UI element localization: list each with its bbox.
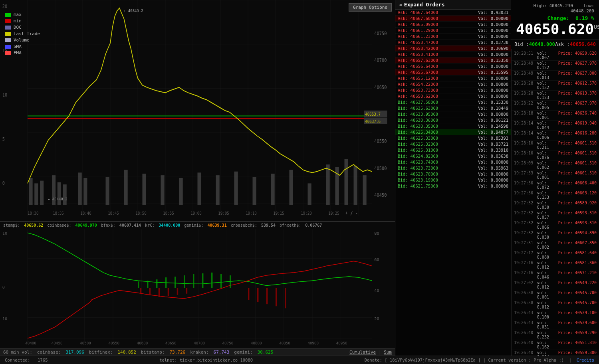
cnbase-label: cnbasebch$: bbox=[231, 223, 257, 228]
trade-row: 19:27:16vol: 0.046Price: 40571.210 bbox=[512, 270, 599, 280]
svg-text:40600: 40600 bbox=[137, 341, 148, 345]
svg-rect-29 bbox=[143, 174, 146, 205]
svg-text:40550: 40550 bbox=[374, 138, 387, 144]
svg-text:18:55: 18:55 bbox=[163, 211, 174, 216]
svg-rect-36 bbox=[271, 174, 275, 205]
svg-text:+ / -: + / - bbox=[345, 210, 358, 216]
svg-rect-121 bbox=[266, 288, 268, 304]
legend-color-sma bbox=[5, 45, 11, 49]
svg-rect-27 bbox=[106, 177, 109, 205]
sum-link[interactable]: Sum bbox=[384, 350, 392, 355]
svg-text:40900: 40900 bbox=[308, 341, 319, 345]
donate-text: Donate: [ 18iVFy6oVw197jFmxxxujA3xMwTp68… bbox=[365, 358, 564, 362]
svg-text:40650: 40650 bbox=[374, 85, 387, 90]
high-label: High: bbox=[534, 3, 547, 8]
credits-link[interactable]: Credits bbox=[577, 358, 594, 362]
svg-text:18:35: 18:35 bbox=[53, 211, 64, 216]
coinbase-vol-label: coinbase: bbox=[37, 350, 61, 355]
svg-rect-111 bbox=[220, 274, 222, 288]
connected-info: Connected: 1765 bbox=[5, 358, 48, 362]
expand-orders-button[interactable]: ◄ Expand Orders bbox=[395, 0, 511, 10]
svg-text:10: 10 bbox=[2, 92, 8, 98]
svg-text:40500: 40500 bbox=[374, 166, 387, 171]
bottom-chart-svg: 80 60 40 20 10 0 10 bbox=[0, 229, 395, 348]
svg-text:10: 10 bbox=[2, 231, 8, 235]
order-row: Ask: 40657.63000Vol: 0.15350 bbox=[395, 57, 511, 63]
price-main-value: 40650.620 bbox=[516, 21, 594, 37]
bid-value: 40640.000 bbox=[529, 42, 555, 47]
legend-color-doc bbox=[5, 26, 11, 30]
trade-row: 19:26:43vol: 0.100Price: 40539.100 bbox=[512, 310, 599, 320]
trade-row: 19:27:16vol: 0.012Price: 40581.360 bbox=[512, 260, 599, 270]
change-label: Change: bbox=[547, 15, 569, 21]
order-row: Bid: 40635.63000Vol: 0.18449 bbox=[395, 105, 511, 111]
svg-rect-38 bbox=[308, 183, 311, 205]
svg-rect-35 bbox=[253, 177, 256, 205]
order-row: Ask: 40665.09000Vol: 0.00000 bbox=[395, 22, 511, 28]
svg-rect-120 bbox=[257, 288, 258, 302]
svg-text:19:20: 19:20 bbox=[301, 211, 312, 216]
svg-rect-104 bbox=[156, 279, 157, 288]
bottom-chart: 80 60 40 20 10 0 10 bbox=[0, 229, 395, 348]
order-row: Ask: 40653.73000Vol: 0.00000 bbox=[395, 87, 511, 93]
trade-row: 19:28:51vol: 0.007Price: 40650.620 bbox=[512, 51, 599, 61]
svg-rect-117 bbox=[177, 288, 178, 295]
trade-row: 19:26:58vol: 0.001Price: 40545.700 bbox=[512, 290, 599, 300]
coinbase-vol-value: 317.096 bbox=[65, 350, 84, 355]
low-value: 40448.200 bbox=[570, 8, 594, 14]
separator: | bbox=[379, 350, 384, 355]
gemini-label: gemini$: bbox=[184, 223, 203, 228]
price-change: Change: 0.19 % bbox=[516, 15, 594, 21]
trade-row: 19:27:32vol: 0.030Price: 40589.920 bbox=[512, 200, 599, 210]
svg-rect-42 bbox=[354, 166, 357, 205]
svg-text:40850: 40850 bbox=[279, 341, 290, 345]
order-row: Bid: 40623.70000Vol: 0.00000 bbox=[395, 171, 511, 177]
svg-rect-122 bbox=[276, 288, 277, 306]
kr-label: kr€: bbox=[145, 223, 155, 228]
legend-label-min: min bbox=[14, 18, 22, 24]
svg-text:18:50: 18:50 bbox=[135, 211, 147, 216]
volume-label: 60 min vol: bbox=[3, 350, 32, 355]
ask-label: Ask : bbox=[555, 42, 569, 47]
cumulative-link[interactable]: Cumulative bbox=[349, 350, 376, 355]
ask-value: 40656.640 bbox=[570, 42, 596, 47]
svg-text:5: 5 bbox=[2, 136, 5, 142]
bid-label: Bid : bbox=[514, 42, 529, 47]
price-highlow: High: 40845.230 Low: 40448.200 bbox=[516, 3, 594, 14]
svg-text:40450: 40450 bbox=[52, 341, 63, 345]
order-row: Ask: 40658.42000Vol: 0.30690 bbox=[395, 46, 511, 51]
trade-row: 19:27:32vol: 0.030Price: 40594.890 bbox=[512, 230, 599, 240]
graph-options-button[interactable]: Graph Options bbox=[349, 3, 392, 12]
order-row: Bid: 40630.36000Vol: 0.96121 bbox=[395, 117, 511, 123]
svg-rect-34 bbox=[234, 172, 238, 205]
trade-row: 19:28:18vol: 0.001Price: 40636.740 bbox=[512, 111, 599, 121]
svg-text:40750: 40750 bbox=[222, 341, 234, 345]
legend-color-ema bbox=[5, 51, 11, 55]
svg-text:60: 60 bbox=[374, 258, 379, 262]
price-currency: USD/BTC bbox=[594, 24, 599, 30]
svg-rect-110 bbox=[211, 273, 212, 288]
price-main-display: 40650.620USD/BTC bbox=[516, 22, 594, 36]
orders-list: Ask: 40667.64000Vol: 0.93031Ask: 40667.6… bbox=[395, 10, 511, 356]
legend-item-ema: EMA bbox=[5, 50, 40, 55]
order-row: Bid: 40637.58000Vol: 0.15330 bbox=[395, 99, 511, 105]
order-row: Bid: 40625.34000Vol: 0.94877 bbox=[395, 129, 511, 135]
order-row: Bid: 40623.74000Vol: 0.00000 bbox=[395, 159, 511, 165]
legend-color-lasttrade bbox=[5, 32, 11, 36]
svg-rect-20 bbox=[34, 183, 38, 205]
order-row: Ask: 40655.12000Vol: 0.00000 bbox=[395, 75, 511, 81]
legend-item-lasttrade: Last Trade bbox=[5, 31, 40, 36]
svg-text:19:00: 19:00 bbox=[190, 211, 202, 216]
legend-item-doc: DOC bbox=[5, 25, 40, 30]
svg-rect-115 bbox=[159, 288, 160, 297]
svg-rect-118 bbox=[186, 288, 187, 293]
coinbase-label: coinbase$: bbox=[47, 223, 71, 228]
chart-legend: max min DOC Last Trade bbox=[5, 12, 40, 57]
order-row: Ask: 40658.47000Vol: 0.03738 bbox=[395, 40, 511, 46]
order-row: Bid: 40621.75000Vol: 0.00000 bbox=[395, 183, 511, 189]
svg-rect-21 bbox=[40, 181, 44, 205]
svg-rect-41 bbox=[345, 159, 348, 205]
legend-label-doc: DOC bbox=[14, 25, 22, 30]
svg-rect-109 bbox=[202, 273, 203, 288]
bfnxeth-value: 0.06767 bbox=[305, 223, 322, 228]
